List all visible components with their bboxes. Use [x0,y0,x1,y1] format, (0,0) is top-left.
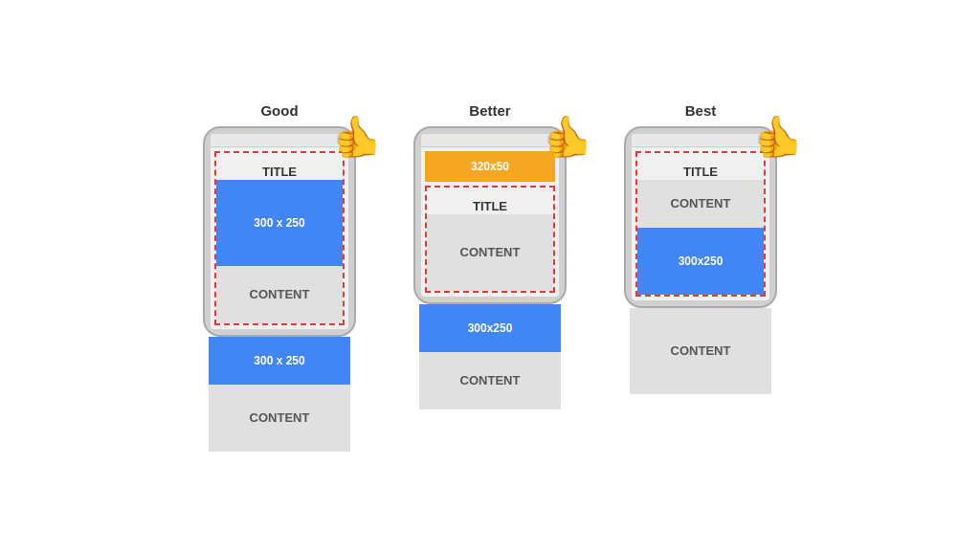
good-phone-screen: x TITLE 300 x 250 CONTENT [211,134,348,329]
best-content-below: CONTENT [630,308,771,394]
best-ad-blue-inside: 300x250 [637,228,764,295]
good-below-phone: 300 x 250 CONTENT [209,337,350,452]
better-thumbs-up-icon: 👍 [544,117,593,157]
good-label: Good [260,102,298,119]
good-content-inside: CONTENT [216,266,343,323]
good-content-below: CONTENT [209,385,350,452]
good-column: Good x TITLE 300 x 250 CONTENT 👍 300 x 2… [203,102,356,452]
better-below-phone: 300x250 CONTENT [419,304,561,409]
best-below-phone: CONTENT [630,308,771,394]
good-ad-blue-below: 300 x 250 [209,337,350,385]
better-content-below: CONTENT [419,352,561,409]
good-thumbs-up-icon: 👍 [333,117,383,157]
best-content-inside: CONTENT [637,180,764,228]
better-dashed-area: TITLE CONTENT [425,186,555,293]
better-column: Better x 320x50 TITLE CONTENT 👍 300x250 … [413,102,567,409]
good-phone-topbar: x [211,134,348,147]
best-thumbs-up-icon: 👍 [754,117,804,157]
diagram-container: Good x TITLE 300 x 250 CONTENT 👍 300 x 2… [165,83,815,471]
better-content-inside: CONTENT [427,214,553,291]
best-phone-screen: x TITLE CONTENT 300x250 [632,134,769,300]
better-title-block: TITLE [427,188,553,214]
best-label: Best [685,102,717,119]
better-ad-blue-below: 300x250 [419,304,561,352]
good-ad-blue-inside: 300 x 250 [216,180,343,266]
better-phone-topbar: x [421,134,559,147]
best-phone-topbar: x [632,134,769,147]
best-dashed-area: TITLE CONTENT 300x250 [635,151,766,297]
good-title-block: TITLE [216,153,343,180]
better-label: Better [469,102,510,119]
best-column: Best x TITLE CONTENT 300x250 👍 CONTENT [624,102,777,394]
better-phone-screen: x 320x50 TITLE CONTENT [421,134,559,297]
good-dashed-area: TITLE 300 x 250 CONTENT [214,151,345,325]
best-title-block: TITLE [637,153,764,180]
better-ad-orange-top: 320x50 [425,151,555,182]
